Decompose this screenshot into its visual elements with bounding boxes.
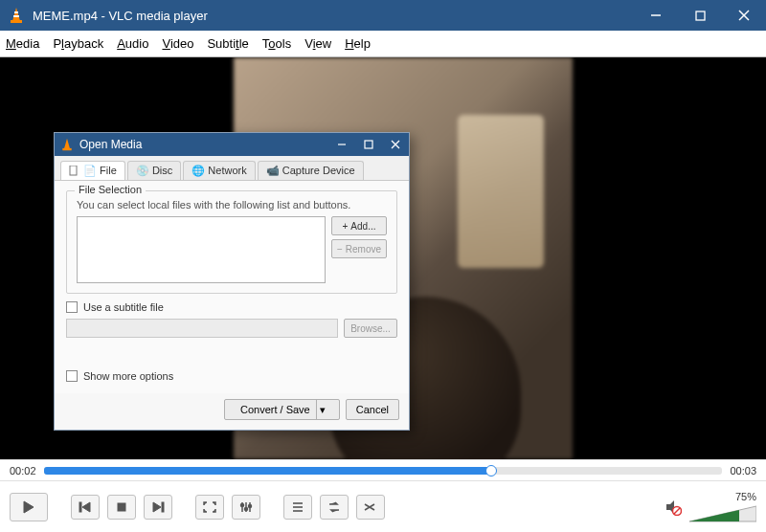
svg-marker-19 xyxy=(153,502,161,512)
browse-subtitle-button[interactable]: Browse... xyxy=(344,319,397,338)
menu-tools[interactable]: Tools xyxy=(262,36,291,51)
volume-slider[interactable] xyxy=(689,504,756,523)
svg-marker-8 xyxy=(64,139,70,149)
file-selection-group: File Selection You can select local file… xyxy=(66,190,397,294)
stop-button[interactable] xyxy=(107,495,136,520)
time-elapsed[interactable]: 00:02 xyxy=(10,465,36,477)
minimize-button[interactable] xyxy=(634,0,678,31)
use-subtitle-checkbox[interactable] xyxy=(66,301,78,313)
svg-marker-17 xyxy=(82,502,90,512)
time-total[interactable]: 00:03 xyxy=(730,465,756,477)
svg-rect-3 xyxy=(11,20,22,23)
file-icon xyxy=(69,166,79,176)
svg-rect-9 xyxy=(62,148,71,150)
video-area[interactable]: Open Media 📄 File 💿 Disc 🌐 Network 📹 Cap… xyxy=(0,57,766,459)
svg-rect-2 xyxy=(13,15,19,17)
svg-marker-15 xyxy=(24,501,34,513)
dialog-maximize-button[interactable] xyxy=(355,133,382,156)
seek-row: 00:02 00:03 xyxy=(0,459,766,480)
playback-controls: 75% xyxy=(0,480,766,532)
volume-percent: 75% xyxy=(689,491,756,502)
fullscreen-button[interactable] xyxy=(195,495,224,520)
plus-icon: + xyxy=(343,221,349,232)
svg-rect-5 xyxy=(696,11,705,20)
playlist-button[interactable] xyxy=(283,495,312,520)
show-more-options-label: Show more options xyxy=(83,370,173,382)
svg-rect-1 xyxy=(14,11,18,13)
vlc-cone-icon xyxy=(8,7,25,24)
svg-point-24 xyxy=(241,503,244,506)
cancel-button[interactable]: Cancel xyxy=(346,399,399,420)
dialog-titlebar[interactable]: Open Media xyxy=(55,133,409,156)
window-title: MEME.mp4 - VLC media player xyxy=(33,9,634,23)
menu-audio[interactable]: Audio xyxy=(117,36,148,51)
previous-button[interactable] xyxy=(71,495,100,520)
shuffle-button[interactable] xyxy=(356,495,385,520)
use-subtitle-label: Use a subtitle file xyxy=(83,301,164,313)
chevron-down-icon[interactable]: ▾ xyxy=(316,400,329,419)
menu-help[interactable]: Help xyxy=(345,36,371,51)
maximize-button[interactable] xyxy=(678,0,722,31)
close-button[interactable] xyxy=(722,0,766,31)
dialog-close-button[interactable] xyxy=(382,133,409,156)
vlc-cone-icon xyxy=(60,138,74,151)
menu-video[interactable]: Video xyxy=(162,36,193,51)
menu-playback[interactable]: Playback xyxy=(53,36,103,51)
loop-button[interactable] xyxy=(320,495,349,520)
remove-file-button[interactable]: −Remove xyxy=(331,239,387,258)
next-button[interactable] xyxy=(144,495,172,520)
tab-disc[interactable]: 💿 Disc xyxy=(127,161,181,180)
tab-file[interactable]: 📄 File xyxy=(60,161,125,180)
show-more-options-checkbox[interactable] xyxy=(66,370,78,382)
file-list[interactable] xyxy=(77,216,326,283)
extended-settings-button[interactable] xyxy=(232,495,260,520)
file-selection-title: File Selection xyxy=(75,184,146,195)
titlebar: MEME.mp4 - VLC media player xyxy=(0,0,766,31)
svg-point-25 xyxy=(245,507,248,510)
svg-rect-11 xyxy=(365,141,372,148)
svg-rect-16 xyxy=(79,502,81,512)
dialog-tabs: 📄 File 💿 Disc 🌐 Network 📹 Capture Device xyxy=(55,156,409,181)
seek-bar[interactable] xyxy=(44,467,723,475)
tab-network[interactable]: 🌐 Network xyxy=(183,161,255,180)
mute-button[interactable] xyxy=(665,499,682,516)
menu-subtitle[interactable]: Subtitle xyxy=(207,36,248,51)
convert-save-button[interactable]: Convert / Save ▾ xyxy=(224,399,340,420)
subtitle-path-field xyxy=(66,319,338,338)
tab-capture-device[interactable]: 📹 Capture Device xyxy=(258,161,364,180)
open-media-dialog: Open Media 📄 File 💿 Disc 🌐 Network 📹 Cap… xyxy=(54,132,410,431)
dialog-minimize-button[interactable] xyxy=(328,133,355,156)
svg-rect-14 xyxy=(70,166,77,175)
menu-view[interactable]: View xyxy=(304,36,331,51)
menubar: Media Playback Audio Video Subtitle Tool… xyxy=(0,31,766,57)
svg-point-26 xyxy=(249,504,252,507)
svg-rect-18 xyxy=(118,503,125,511)
file-selection-help: You can select local files with the foll… xyxy=(77,199,387,211)
svg-marker-0 xyxy=(12,8,20,21)
dialog-title: Open Media xyxy=(79,138,328,151)
minus-icon: − xyxy=(337,244,343,255)
menu-media[interactable]: Media xyxy=(6,36,39,51)
add-file-button[interactable]: +Add... xyxy=(331,216,387,235)
play-button[interactable] xyxy=(10,493,48,521)
svg-rect-20 xyxy=(162,502,164,512)
